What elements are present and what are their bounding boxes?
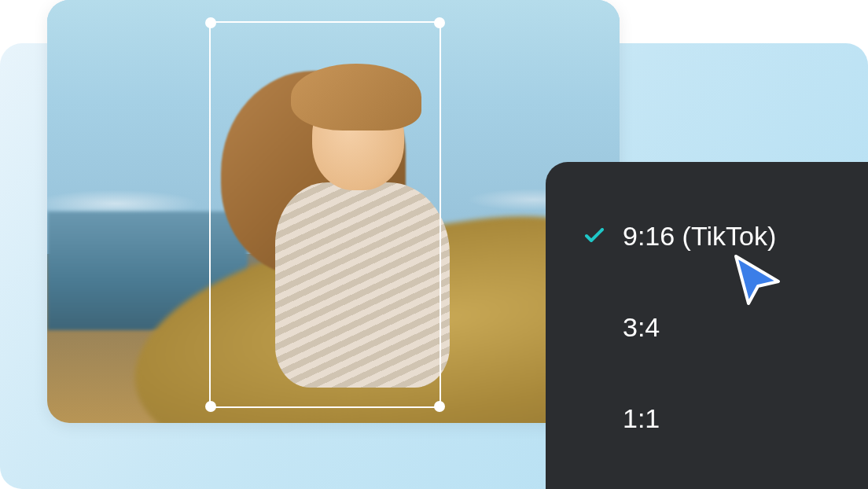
ratio-option-label: 3:4 [623, 312, 660, 343]
photo-preview[interactable] [47, 0, 620, 423]
crop-handle-bottom-right[interactable] [434, 401, 445, 412]
photo-person [265, 34, 483, 406]
ratio-option-label: 9:16 (TikTok) [623, 221, 776, 252]
crop-handle-top-right[interactable] [434, 17, 445, 28]
ratio-option-label: 1:1 [623, 403, 660, 434]
ratio-option-9-16[interactable]: 9:16 (TikTok) [583, 217, 830, 255]
ratio-option-1-1[interactable]: 1:1 [583, 399, 830, 437]
crop-handle-top-left[interactable] [205, 17, 216, 28]
aspect-ratio-menu: 9:16 (TikTok) 3:4 1:1 [546, 162, 868, 489]
crop-handle-bottom-left[interactable] [205, 401, 216, 412]
ratio-option-3-4[interactable]: 3:4 [583, 308, 830, 346]
check-icon [583, 228, 605, 244]
